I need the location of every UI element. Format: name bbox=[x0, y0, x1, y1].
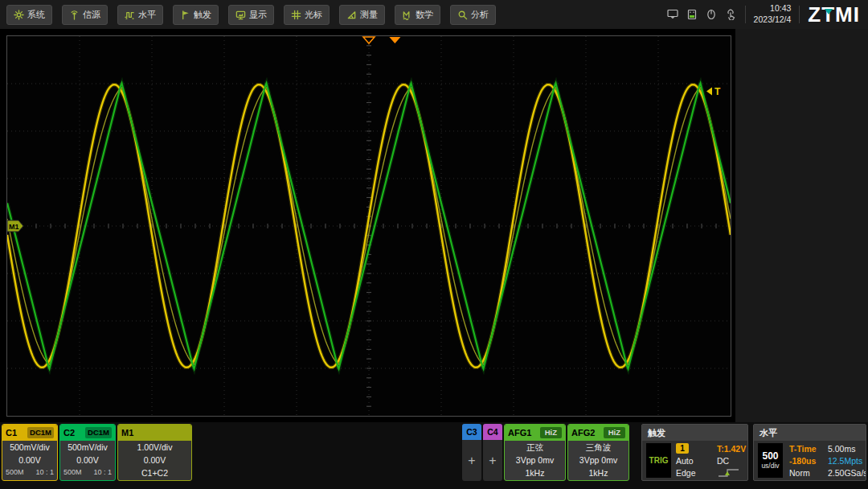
top-toolbar: 系统 信源 水平 触发 显示 光标 测量 数学 bbox=[0, 0, 868, 29]
menu-label: 水平 bbox=[138, 9, 156, 21]
acquisition-mode[interactable]: Norm bbox=[789, 468, 828, 478]
channel-label: C1 bbox=[6, 428, 17, 438]
afg-frequency: 1kHz bbox=[505, 467, 565, 479]
trigger-source-badge[interactable]: 1 bbox=[676, 443, 689, 454]
menu-label: 数学 bbox=[416, 9, 433, 21]
menu-label: 分析 bbox=[471, 9, 489, 21]
menu-math[interactable]: 数学 bbox=[395, 5, 440, 25]
impedance-badge: HiZ bbox=[604, 427, 625, 438]
afg-amplitude: 3Vpp 0mv bbox=[505, 454, 565, 466]
menu-measure[interactable]: 测量 bbox=[339, 5, 385, 25]
menu-horizontal[interactable]: 水平 bbox=[117, 5, 163, 25]
svg-text:M1: M1 bbox=[9, 223, 19, 231]
bandwidth: 500M bbox=[6, 466, 24, 478]
channel-panel-c3[interactable]: C3 + bbox=[462, 424, 481, 481]
screen-icon[interactable] bbox=[666, 9, 679, 20]
menu-source[interactable]: 信源 bbox=[62, 5, 108, 25]
math-panel-m1[interactable]: M1 1.00V/div 0.00V C1+C2 bbox=[117, 424, 192, 481]
trigger-flag-icon bbox=[180, 10, 190, 20]
clock-date: 2023/12/4 bbox=[754, 14, 792, 26]
afg1-panel[interactable]: AFG1HiZ 正弦 3Vpp 0mv 1kHz bbox=[504, 424, 566, 481]
trigger-status-box: TRIG bbox=[646, 443, 671, 478]
delay-value[interactable]: -180us bbox=[789, 456, 828, 466]
trigger-position-marker[interactable] bbox=[389, 37, 400, 43]
t-time-value: 5.00ms bbox=[828, 444, 866, 454]
timebase-box[interactable]: 500 us/div bbox=[758, 443, 783, 478]
menu-bar: 系统 信源 水平 触发 显示 光标 测量 数学 bbox=[6, 5, 496, 25]
logo-letter: Z bbox=[808, 0, 821, 29]
menu-label: 信源 bbox=[83, 9, 100, 21]
timebase-unit: us/div bbox=[761, 462, 779, 470]
horizontal-panel-title: 水平 bbox=[754, 425, 866, 441]
record-points: 12.5Mpts bbox=[828, 456, 866, 466]
channel-label: C4 bbox=[483, 424, 502, 440]
sample-rate: 2.50GSa/s bbox=[828, 468, 866, 478]
channel-offset: 0.00V bbox=[60, 454, 115, 466]
channel-scale: 500mV/div bbox=[2, 442, 57, 454]
impedance-badge: HiZ bbox=[540, 427, 562, 438]
channel-panel-c4[interactable]: C4 + bbox=[483, 424, 502, 481]
afg-waveform: 正弦 bbox=[505, 442, 565, 454]
coupling-badge: DC1M bbox=[85, 427, 112, 438]
trigger-level[interactable]: T:1.42V bbox=[710, 444, 746, 454]
menu-display[interactable]: 显示 bbox=[228, 5, 274, 25]
trigger-panel[interactable]: 触发 TRIG 1 T:1.42V Auto DC Edge bbox=[641, 424, 748, 481]
trigger-mode[interactable]: Auto bbox=[676, 456, 710, 466]
channel-panel-c2[interactable]: C2DC1M 500mV/div 0.00V 500M10 : 1 bbox=[59, 424, 116, 481]
waveform-display[interactable]: M1T bbox=[6, 35, 731, 417]
logo-letter-t: T bbox=[821, 0, 835, 29]
afg-label: AFG2 bbox=[571, 428, 595, 438]
storage-icon[interactable] bbox=[686, 9, 698, 20]
trigger-level-marker[interactable] bbox=[706, 87, 712, 95]
math-label: M1 bbox=[121, 428, 133, 438]
brand-logo: Z T MI bbox=[808, 0, 860, 29]
math-icon bbox=[402, 10, 412, 20]
channel-panel-c1[interactable]: C1DC1M 500mV/div 0.00V 500M10 : 1 bbox=[2, 424, 58, 481]
t-time-label: T-Time bbox=[789, 444, 828, 454]
trigger-coupling[interactable]: DC bbox=[710, 456, 746, 466]
cursor-icon bbox=[291, 10, 301, 20]
signal-icon bbox=[69, 10, 80, 20]
trigger-panel-title: 触发 bbox=[642, 425, 747, 441]
menu-trigger[interactable]: 触发 bbox=[173, 5, 219, 25]
scope-graticule[interactable]: M1T bbox=[7, 36, 731, 416]
mouse-icon[interactable] bbox=[705, 9, 718, 20]
divider bbox=[745, 6, 746, 23]
add-channel-button[interactable]: + bbox=[462, 440, 481, 481]
logo-letter: MI bbox=[835, 0, 860, 29]
menu-label: 光标 bbox=[305, 9, 322, 21]
afg-frequency: 1kHz bbox=[568, 467, 628, 479]
trigger-status: TRIG bbox=[649, 456, 669, 465]
gear-icon bbox=[14, 10, 24, 20]
afg-amplitude: 3Vpp 0mv bbox=[568, 454, 628, 466]
math-expression: C1+C2 bbox=[118, 467, 191, 479]
channel-label: C3 bbox=[462, 424, 481, 440]
menu-label: 显示 bbox=[249, 9, 267, 21]
clock: 10:43 2023/12/4 bbox=[754, 3, 792, 25]
trigger-slope[interactable] bbox=[710, 467, 746, 479]
channel-label: C2 bbox=[63, 428, 75, 438]
right-sidebar bbox=[735, 29, 868, 422]
main-area: M1T bbox=[0, 29, 868, 422]
svg-text:T: T bbox=[714, 86, 721, 97]
display-icon bbox=[235, 10, 246, 20]
topbar-right: 10:43 2023/12/4 Z T MI bbox=[666, 0, 860, 29]
touch-icon[interactable] bbox=[724, 9, 737, 20]
logo-triangle-icon bbox=[825, 9, 833, 14]
add-channel-button[interactable]: + bbox=[483, 440, 502, 481]
math-offset: 0.00V bbox=[118, 454, 191, 466]
probe-ratio: 10 : 1 bbox=[93, 466, 112, 478]
horizontal-panel[interactable]: 水平 500 us/div T-Time 5.00ms -180us 12.5M… bbox=[753, 424, 866, 481]
search-icon bbox=[457, 10, 468, 20]
probe-ratio: 10 : 1 bbox=[35, 466, 54, 478]
menu-label: 触发 bbox=[194, 9, 211, 21]
menu-analyze[interactable]: 分析 bbox=[450, 5, 496, 25]
rising-edge-icon bbox=[717, 467, 741, 478]
menu-system[interactable]: 系统 bbox=[6, 5, 52, 25]
trigger-type[interactable]: Edge bbox=[676, 468, 710, 478]
channel-offset: 0.00V bbox=[2, 454, 57, 466]
horizontal-icon bbox=[125, 10, 135, 20]
afg2-panel[interactable]: AFG2HiZ 三角波 3Vpp 0mv 1kHz bbox=[567, 424, 629, 481]
channel-scale: 500mV/div bbox=[60, 442, 115, 454]
menu-cursor[interactable]: 光标 bbox=[284, 5, 330, 25]
